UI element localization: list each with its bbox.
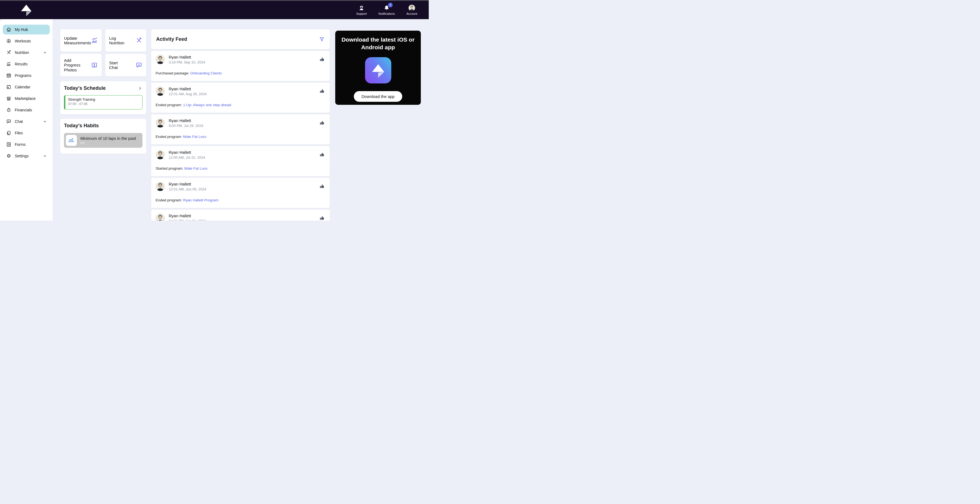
feed-item-name: Ryan Hallett xyxy=(169,182,206,186)
thumbs-up-icon[interactable] xyxy=(320,120,325,126)
sidebar-item-label: Nutrition xyxy=(15,50,29,55)
schedule-event[interactable]: Strength Training 07:00 - 07:45 xyxy=(64,95,142,110)
thumbs-up-icon[interactable] xyxy=(320,88,325,94)
feed-item-name: Ryan Hallett xyxy=(169,214,206,218)
feed-item: Ryan Hallett 12:01 AM, Jun 05, 2024 Ende… xyxy=(151,178,330,208)
feed-item-timestamp: 12:01 AM, Jun 05, 2024 xyxy=(169,187,206,191)
download-app-button[interactable]: Download the app xyxy=(354,91,402,102)
account-avatar xyxy=(409,5,415,11)
feed-item-action: Ended program: xyxy=(156,103,182,107)
thumbs-up-icon[interactable] xyxy=(320,183,325,189)
avatar xyxy=(156,182,165,191)
sidebar-item-label: Calendar xyxy=(15,85,30,89)
thumbs-up-icon[interactable] xyxy=(320,215,325,220)
event-time: 07:00 - 07:45 xyxy=(68,102,140,106)
feed-item-link[interactable]: Ryan Hallett Program xyxy=(183,198,218,202)
activity-feed: Activity Feed Ryan Hallett 3:18 PM, Sep … xyxy=(151,29,330,220)
support-button[interactable]: Support xyxy=(354,5,369,15)
notifications-button[interactable]: 7 Notifications xyxy=(379,5,395,15)
activity-feed-header: Activity Feed xyxy=(151,29,330,49)
settings-icon: ⚙ xyxy=(6,153,11,159)
thumbs-up-icon[interactable] xyxy=(320,152,325,157)
avatar xyxy=(156,55,165,64)
sidebar-item-files[interactable]: Files xyxy=(3,128,50,138)
sidebar-item-settings[interactable]: ⚙ Settings xyxy=(3,151,50,161)
sidebar-item-workouts[interactable]: Workouts xyxy=(3,36,50,46)
todays-habits-card: Today's Habits Minimum of 10 laps in the… xyxy=(60,119,146,154)
add-progress-photos-card[interactable]: AddProgress Photos xyxy=(60,54,102,77)
sidebar-item-label: Programs xyxy=(15,73,32,78)
sidebar-item-label: My Hub xyxy=(15,27,28,32)
sidebar-item-chat[interactable]: Chat xyxy=(3,116,50,126)
download-card-title: Download the latest iOS or Android app xyxy=(341,36,415,51)
habit-progress: 0/1 xyxy=(80,141,136,145)
feed-item-action: Ended program: xyxy=(156,135,182,139)
chat-icon xyxy=(135,62,142,69)
app-store-icon xyxy=(365,57,391,83)
sidebar-item-programs[interactable]: Programs xyxy=(3,70,50,80)
feed-item: Ryan Hallett 8:00 PM, Jul 29, 2024 Ended… xyxy=(151,114,330,145)
feed-item-link[interactable]: Male Fat Loss xyxy=(183,135,207,139)
feed-item-timestamp: 12:00 AM, Jul 22, 2024 xyxy=(169,155,205,159)
feed-item-action: Purchased package: xyxy=(156,71,189,75)
habits-title: Today's Habits xyxy=(64,123,99,129)
feed-item-link[interactable]: Male Fat Loss xyxy=(184,166,208,171)
event-title: Strength Training xyxy=(68,97,140,102)
chevron-down-icon xyxy=(43,154,47,158)
chat-icon xyxy=(6,119,11,124)
sidebar-item-nutrition[interactable]: Nutrition xyxy=(3,48,50,57)
feed-item: Ryan Hallett 12:01 AM, Aug 26, 2024 Ende… xyxy=(151,83,330,113)
chevron-down-icon xyxy=(43,119,47,124)
account-button[interactable]: Account xyxy=(404,5,420,15)
results-icon xyxy=(6,61,11,67)
feed-item-name: Ryan Hallett xyxy=(169,118,203,123)
activity-feed-title: Activity Feed xyxy=(156,37,187,42)
sidebar-item-my-hub[interactable]: My Hub xyxy=(3,25,50,35)
topbar-actions: Support 7 Notifications Account xyxy=(354,5,429,15)
avatar xyxy=(156,150,165,159)
start-chat-card[interactable]: StartChat xyxy=(105,54,146,77)
sidebar-item-label: Marketplace xyxy=(15,96,35,101)
feed-item-link[interactable]: Onboarding Clients xyxy=(190,71,222,75)
measurements-chart-icon xyxy=(91,37,98,44)
feed-item: Ryan Hallett 12:00 AM, Jul 22, 2024 Star… xyxy=(151,146,330,176)
feed-item-name: Ryan Hallett xyxy=(169,150,205,155)
sidebar-item-label: Results xyxy=(15,62,28,66)
support-label: Support xyxy=(356,12,367,15)
feed-item-action: Started program: xyxy=(156,166,183,171)
filter-icon[interactable] xyxy=(319,37,325,42)
feed-item-timestamp: 8:00 PM, Jul 29, 2024 xyxy=(169,124,203,128)
avatar xyxy=(156,118,165,128)
sidebar-item-marketplace[interactable]: Marketplace xyxy=(3,94,50,104)
sidebar-item-label: Forms xyxy=(15,142,26,147)
calendar-icon xyxy=(6,84,11,90)
sidebar-item-forms[interactable]: Forms xyxy=(3,140,50,149)
files-icon xyxy=(6,130,11,136)
log-nutrition-card[interactable]: LogNutrition xyxy=(105,29,146,52)
financials-icon: $ xyxy=(6,107,11,113)
todays-schedule-card: Today's Schedule Strength Training 07:00… xyxy=(60,81,146,114)
sidebar-item-financials[interactable]: $ Financials xyxy=(3,105,50,115)
sidebar-item-results[interactable]: Results xyxy=(3,59,50,69)
notifications-badge: 7 xyxy=(388,3,393,7)
chevron-right-icon[interactable] xyxy=(138,86,142,91)
sidebar-item-label: Files xyxy=(15,131,23,135)
progress-photos-icon xyxy=(91,62,98,69)
programs-icon xyxy=(6,73,11,78)
swimmer-icon xyxy=(66,135,77,146)
habit-item[interactable]: Minimum of 10 laps in the pool 0/1 xyxy=(64,133,142,148)
app-logo-icon[interactable] xyxy=(20,3,33,16)
thumbs-up-icon[interactable] xyxy=(320,57,325,62)
notifications-label: Notifications xyxy=(379,12,395,15)
schedule-title: Today's Schedule xyxy=(64,85,106,91)
svg-text:$: $ xyxy=(8,110,9,111)
sidebar-item-calendar[interactable]: Calendar xyxy=(3,82,50,92)
feed-item: Ryan Hallett 11:01 PM, Apr 24, 2024 xyxy=(151,210,330,220)
feed-item-name: Ryan Hallett xyxy=(169,55,205,59)
update-measurements-card[interactable]: UpdateMeasurements xyxy=(60,29,102,52)
feed-item-timestamp: 3:18 PM, Sep 10, 2024 xyxy=(169,60,205,64)
sidebar-item-label: Financials xyxy=(15,108,32,112)
workouts-icon xyxy=(6,38,11,44)
feed-item-link[interactable]: 1-Up: Always one step ahead xyxy=(183,103,231,107)
feed-item-action: Ended program: xyxy=(156,198,182,202)
